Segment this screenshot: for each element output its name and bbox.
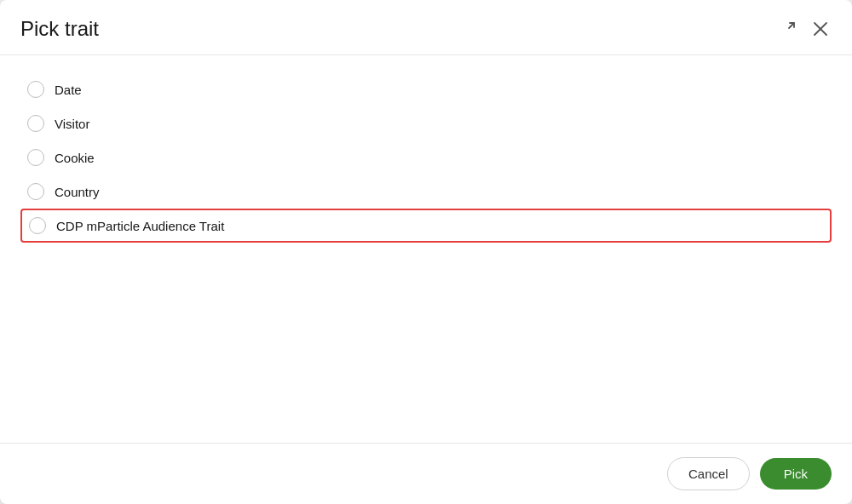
radio-date: [27, 81, 44, 98]
dialog-title: Pick trait: [20, 17, 99, 41]
trait-list: Date Visitor Cookie Country CDP mParticl…: [20, 72, 832, 243]
radio-country: [27, 183, 44, 200]
dialog-body: Date Visitor Cookie Country CDP mParticl…: [0, 55, 852, 443]
trait-item-visitor[interactable]: Visitor: [20, 106, 832, 140]
radio-cookie: [27, 149, 44, 166]
close-icon: [813, 21, 828, 37]
close-button[interactable]: [809, 18, 832, 40]
trait-label-cdp-mparticle: CDP mParticle Audience Trait: [56, 219, 224, 233]
trait-label-date: Date: [55, 83, 82, 97]
dialog-header: Pick trait: [0, 0, 852, 55]
expand-icon: [780, 21, 796, 37]
dialog-footer: Cancel Pick: [0, 443, 852, 504]
radio-visitor: [27, 115, 44, 132]
trait-item-country[interactable]: Country: [20, 175, 832, 209]
cancel-button[interactable]: Cancel: [667, 457, 750, 490]
trait-item-date[interactable]: Date: [20, 72, 832, 106]
radio-cdp-mparticle: [29, 217, 46, 234]
trait-item-cookie[interactable]: Cookie: [20, 140, 832, 175]
header-actions: [777, 18, 832, 40]
trait-label-visitor: Visitor: [55, 117, 89, 131]
trait-item-cdp-mparticle[interactable]: CDP mParticle Audience Trait: [20, 209, 832, 243]
pick-button[interactable]: Pick: [760, 458, 832, 490]
pick-trait-dialog: Pick trait Date: [0, 0, 852, 504]
trait-label-cookie: Cookie: [55, 151, 95, 165]
trait-label-country: Country: [55, 185, 100, 199]
expand-button[interactable]: [777, 18, 799, 40]
